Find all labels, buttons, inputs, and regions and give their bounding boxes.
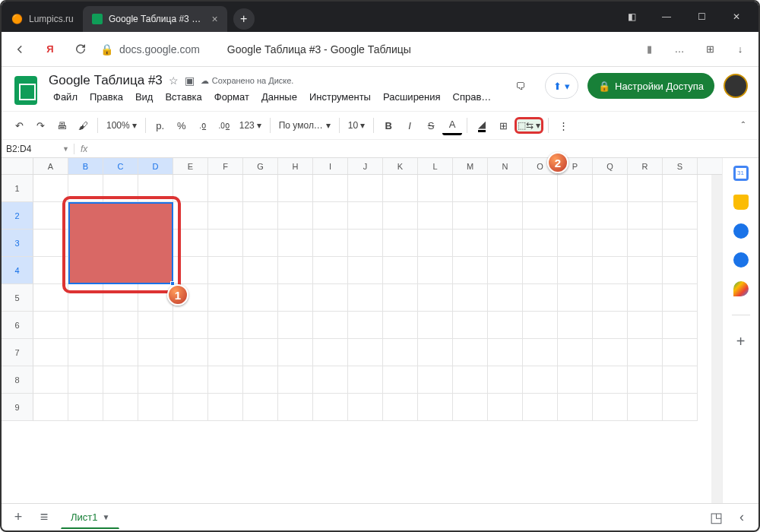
cell[interactable] <box>453 257 488 284</box>
menu-view[interactable]: Вид <box>131 90 158 104</box>
increase-decimal-button[interactable]: .00̲ <box>214 116 234 135</box>
row-header[interactable]: 7 <box>2 339 33 366</box>
cell[interactable] <box>523 339 558 366</box>
column-header[interactable]: P <box>558 158 593 174</box>
keep-icon[interactable] <box>733 195 749 210</box>
new-tab-button[interactable]: + <box>233 8 255 30</box>
undo-button[interactable]: ↶ <box>9 116 29 135</box>
text-color-button[interactable]: A <box>442 116 462 135</box>
currency-button[interactable]: р. <box>150 116 170 135</box>
cell[interactable] <box>523 230 558 257</box>
cell[interactable] <box>33 312 68 339</box>
cell[interactable] <box>593 257 628 284</box>
cell[interactable] <box>418 284 453 312</box>
cell[interactable] <box>383 257 418 284</box>
cell[interactable] <box>558 257 593 284</box>
cell[interactable] <box>628 284 663 312</box>
cell[interactable] <box>68 366 103 394</box>
cell[interactable] <box>243 257 278 284</box>
cell[interactable] <box>663 230 698 257</box>
saved-status[interactable]: ☁Сохранено на Диске. <box>201 76 294 86</box>
cell[interactable] <box>383 175 418 202</box>
cell[interactable] <box>138 312 173 339</box>
cell[interactable] <box>383 394 418 421</box>
cell[interactable] <box>523 175 558 202</box>
cell[interactable] <box>103 202 138 230</box>
cell[interactable] <box>523 284 558 312</box>
account-avatar[interactable] <box>724 74 748 98</box>
cell[interactable] <box>453 175 488 202</box>
row-header[interactable]: 8 <box>2 366 33 394</box>
cell[interactable] <box>103 257 138 284</box>
column-header[interactable]: C <box>103 158 138 174</box>
cell[interactable] <box>138 257 173 284</box>
cell[interactable] <box>488 339 523 366</box>
column-header[interactable]: N <box>488 158 523 174</box>
extensions-icon[interactable]: ⊞ <box>699 39 720 60</box>
cell[interactable] <box>138 175 173 202</box>
cell[interactable] <box>593 366 628 394</box>
cell[interactable] <box>33 394 68 421</box>
fill-color-button[interactable]: ◢ <box>472 116 492 135</box>
cell[interactable] <box>68 202 103 230</box>
cell[interactable] <box>418 202 453 230</box>
cell[interactable] <box>173 339 208 366</box>
print-button[interactable]: 🖶 <box>52 116 71 135</box>
cell[interactable] <box>103 366 138 394</box>
menu-extensions[interactable]: Расширения <box>378 90 445 104</box>
column-header[interactable]: O <box>523 158 558 174</box>
cell[interactable] <box>558 366 593 394</box>
cell[interactable] <box>68 175 103 202</box>
cell[interactable] <box>418 394 453 421</box>
cell[interactable] <box>488 202 523 230</box>
menu-help[interactable]: Справ… <box>448 90 496 104</box>
maps-icon[interactable] <box>733 281 749 296</box>
cell[interactable] <box>348 284 383 312</box>
bold-button[interactable]: B <box>378 116 398 135</box>
cell[interactable] <box>593 175 628 202</box>
cell[interactable] <box>313 339 348 366</box>
cell[interactable] <box>103 312 138 339</box>
cell[interactable] <box>348 175 383 202</box>
italic-button[interactable]: I <box>400 116 420 135</box>
cell[interactable] <box>488 312 523 339</box>
cell[interactable] <box>453 284 488 312</box>
add-addon-button[interactable]: + <box>733 334 749 349</box>
menu-data[interactable]: Данные <box>257 90 302 104</box>
sheets-logo-icon[interactable] <box>12 73 40 108</box>
star-icon[interactable]: ☆ <box>169 74 179 87</box>
row-header[interactable]: 3 <box>2 230 33 257</box>
font-dropdown[interactable]: По умолча... ▾ <box>275 120 334 131</box>
cell[interactable] <box>348 230 383 257</box>
more-formats-dropdown[interactable]: 123 ▾ <box>236 120 265 131</box>
cell[interactable] <box>558 175 593 202</box>
select-all-corner[interactable] <box>2 158 33 174</box>
cell[interactable] <box>418 312 453 339</box>
browser-tab-inactive[interactable]: 🟠 Lumpics.ru <box>2 6 83 32</box>
cell[interactable] <box>313 257 348 284</box>
cell[interactable] <box>453 202 488 230</box>
move-icon[interactable]: ▣ <box>185 74 195 87</box>
cell[interactable] <box>33 339 68 366</box>
cell[interactable] <box>278 339 313 366</box>
cell[interactable] <box>628 257 663 284</box>
cell[interactable] <box>558 339 593 366</box>
yandex-button[interactable]: Я <box>40 39 61 60</box>
cell[interactable] <box>593 394 628 421</box>
cell[interactable] <box>208 202 243 230</box>
cell[interactable] <box>663 202 698 230</box>
back-button[interactable] <box>9 39 30 60</box>
column-header[interactable]: L <box>418 158 453 174</box>
row-header[interactable]: 2 <box>2 202 33 230</box>
cell[interactable] <box>628 202 663 230</box>
cell[interactable] <box>208 339 243 366</box>
all-sheets-button[interactable]: ≡ <box>35 509 53 525</box>
collapse-toolbar-button[interactable]: ˆ <box>736 120 751 131</box>
column-header[interactable]: E <box>173 158 208 174</box>
cell[interactable] <box>278 366 313 394</box>
explore-button[interactable]: ◳ <box>707 509 725 526</box>
cell[interactable] <box>488 366 523 394</box>
cell[interactable] <box>68 257 103 284</box>
contacts-icon[interactable] <box>733 252 749 268</box>
cell[interactable] <box>68 394 103 421</box>
